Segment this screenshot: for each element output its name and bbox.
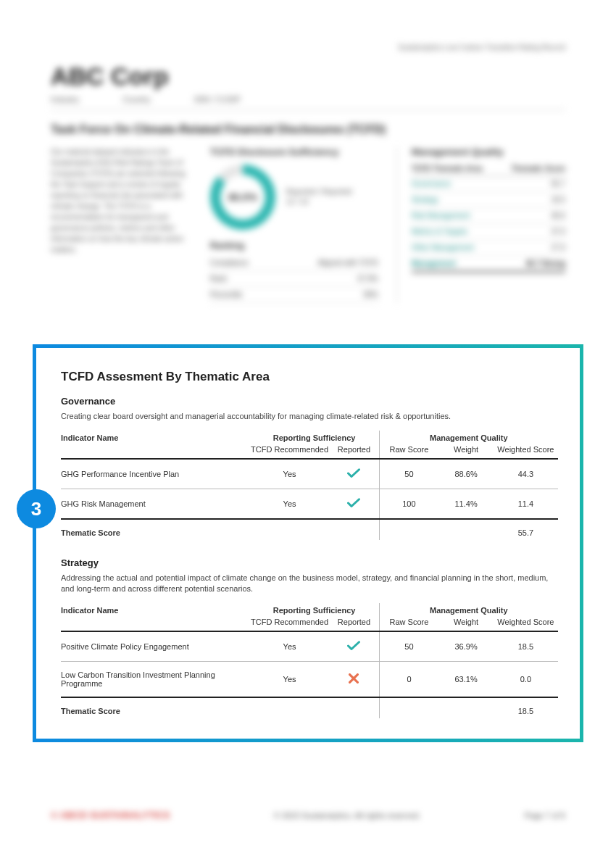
table-header-sub: TCFD RecommendedReportedRaw ScoreWeightW… (61, 616, 558, 631)
theme-block: StrategyAddressing the actual and potent… (61, 557, 558, 718)
col-indicator: Indicator Name (61, 431, 250, 444)
report-top-blurred: Sustainalytics Low Carbon Transition Rat… (0, 0, 616, 332)
ranking-row: Percentile99% (210, 287, 378, 303)
indicator-table: Indicator NameReporting SufficiencyManag… (61, 431, 558, 540)
thematic-score-row: Thematic Score18.5 (61, 697, 558, 718)
reported-cell (329, 489, 379, 520)
tcfd-recommended: Yes (250, 662, 330, 698)
meta-country: Country (122, 95, 151, 104)
footer-copyright: © 2023 Sustainalytics. All rights reserv… (274, 811, 421, 820)
theme-block: GovernanceCreating clear board oversight… (61, 396, 558, 540)
reported-cell (329, 459, 379, 489)
donut-side-label: Reported / Reported 12 / 14 (286, 187, 352, 207)
table-header-top: Indicator NameReporting SufficiencyManag… (61, 431, 558, 444)
col-raw: Raw Score (379, 616, 438, 631)
raw-score: 50 (379, 631, 438, 662)
tcfd-overview-row: Our material dataset indicators in the S… (51, 146, 565, 303)
tcfd-recommended: Yes (250, 489, 330, 520)
weighted-score: 11.4 (494, 489, 558, 520)
col-weight: Weight (438, 444, 493, 459)
tcfd-recommended: Yes (250, 631, 330, 662)
tcfd-disclosure-column: TCFD Disclosure Sufficiency 86.0% Report… (210, 146, 378, 303)
table-row: GHG Performance Incentive PlanYes5088.6%… (61, 459, 558, 489)
thematic-score-value: 18.5 (494, 697, 558, 718)
meta-isin: ISIN / CUSIP (194, 95, 241, 104)
donut-value: 86.0% (220, 175, 265, 220)
reported-cell (329, 631, 379, 662)
ranking-rows: ComplianceAligned with TCFD Rank47.9% Pe… (210, 255, 378, 303)
indicator-name: Low Carbon Transition Investment Plannin… (61, 662, 250, 698)
mq-row: Risk Management40.6 (412, 208, 565, 224)
mgmt-quality-heading: Management Quality (412, 146, 565, 157)
donut-chart-wrap: 86.0% Reported / Reported 12 / 14 (210, 165, 378, 230)
check-icon (347, 468, 360, 478)
donut-chart: 86.0% (210, 165, 275, 230)
table-header-top: Indicator NameReporting SufficiencyManag… (61, 603, 558, 616)
indicator-name: GHG Risk Management (61, 489, 250, 520)
weight: 36.9% (438, 631, 493, 662)
meta-industry: Industry (51, 95, 79, 104)
col-reporting-sufficiency: Reporting Sufficiency (250, 431, 379, 444)
weighted-score: 0.0 (494, 662, 558, 698)
table-header-sub: TCFD RecommendedReportedRaw ScoreWeightW… (61, 444, 558, 459)
theme-description: Addressing the actual and potential impa… (61, 573, 558, 594)
ranking-heading: Ranking (210, 241, 378, 251)
tcfd-section-title: Task Force On Climate-Related Financial … (51, 123, 565, 136)
raw-score: 100 (379, 489, 438, 520)
theme-title: Governance (61, 396, 558, 407)
col-weight: Weight (438, 616, 493, 631)
disclosure-heading: TCFD Disclosure Sufficiency (210, 146, 378, 157)
donut-label-2: 12 / 14 (286, 197, 352, 207)
theme-description: Creating clear board oversight and manag… (61, 411, 558, 422)
thematic-score-label: Thematic Score (61, 519, 250, 540)
thematic-score-label: Thematic Score (61, 697, 250, 718)
footer-page-number: Page 7 of 8 (525, 811, 565, 820)
company-meta-row: Industry Country ISIN / CUSIP (51, 95, 565, 110)
table-row: Low Carbon Transition Investment Plannin… (61, 662, 558, 698)
page-footer-blurred: © ABCD SUSTAINALYTICS © 2023 Sustainalyt… (51, 810, 565, 821)
check-icon (347, 498, 360, 508)
thematic-score-value: 55.7 (494, 519, 558, 540)
mq-row: Metrics & Targets37.0 (412, 224, 565, 240)
tcfd-thematic-card: 3 TCFD Assesment By Thematic Area Govern… (33, 344, 583, 742)
table-row: GHG Risk ManagementYes10011.4%11.4 (61, 489, 558, 520)
col-mgmt-quality: Management Quality (379, 603, 558, 616)
col-reported: Reported (329, 444, 379, 459)
indicator-table: Indicator NameReporting SufficiencyManag… (61, 603, 558, 718)
raw-score: 0 (379, 662, 438, 698)
mq-row: Strategy18.5 (412, 192, 565, 208)
col-tcfd-rec: TCFD Recommended (250, 616, 330, 631)
mq-total-row: Management45.7 Strong (412, 256, 565, 273)
tcfd-recommended: Yes (250, 459, 330, 489)
ranking-row: ComplianceAligned with TCFD (210, 255, 378, 271)
table-row: Positive Climate Policy EngagementYes503… (61, 631, 558, 662)
col-raw: Raw Score (379, 444, 438, 459)
check-icon (347, 641, 360, 651)
tcfd-description: Our material dataset indicators in the S… (51, 146, 192, 303)
theme-title: Strategy (61, 557, 558, 568)
col-tcfd-rec: TCFD Recommended (250, 444, 330, 459)
col-reported: Reported (329, 616, 379, 631)
cross-icon (347, 673, 360, 684)
donut-label-1: Reported / Reported (286, 187, 352, 197)
col-indicator: Indicator Name (61, 603, 250, 616)
company-name: ABC Corp (51, 62, 565, 91)
weight: 63.1% (438, 662, 493, 698)
raw-score: 50 (379, 459, 438, 489)
mgmt-quality-column: Management Quality TCFD Thematic Area Th… (396, 146, 565, 303)
card-title: TCFD Assesment By Thematic Area (61, 370, 558, 384)
col-wscore: Weighted Score (494, 444, 558, 459)
mq-row: Other Management27.0 (412, 240, 565, 256)
weight: 88.6% (438, 459, 493, 489)
mq-row: Governance55.7 (412, 176, 565, 192)
reported-cell (329, 662, 379, 698)
callout-badge: 3 (17, 489, 56, 528)
mq-table-head: TCFD Thematic Area Thematic Score (412, 165, 565, 176)
ranking-row: Rank47.9% (210, 271, 378, 287)
col-wscore: Weighted Score (494, 616, 558, 631)
weight: 11.4% (438, 489, 493, 520)
indicator-name: Positive Climate Policy Engagement (61, 631, 250, 662)
thematic-score-row: Thematic Score55.7 (61, 519, 558, 540)
weighted-score: 18.5 (494, 631, 558, 662)
weighted-score: 44.3 (494, 459, 558, 489)
